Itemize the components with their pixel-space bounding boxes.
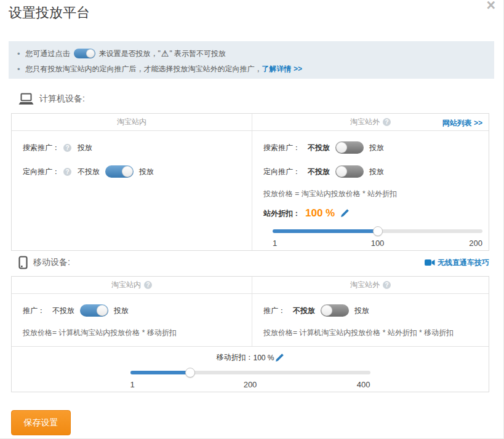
tick-min: 1 [273, 239, 277, 248]
edit-pencil-icon[interactable] [274, 353, 284, 363]
mobile-offsite-cell: 推广： 不投放 投放 投放价格= 计算机淘宝站内投放价格 * 站外折扣 * 移动… [252, 294, 489, 346]
notice-line-1: • 您可通过点击 来设置是否投放，" ⚠ " 表示暂不可投放 [17, 47, 494, 60]
notice-text: " 表示暂不可投放 [169, 49, 226, 59]
search-promo-label: 搜索推广： [23, 143, 60, 153]
computer-icon [18, 93, 34, 106]
off-label: 不投放 [308, 167, 330, 177]
promo-row: 推广： 不投放 投放 [263, 304, 489, 317]
computer-onsite-cell: 搜索推广： ? 投放 定向推广： ? 不投放 投放 [12, 131, 252, 250]
promo-label: 推广： [263, 306, 286, 316]
off-label: 不投放 [308, 143, 330, 153]
wireless-tips-link[interactable]: 无线直通车技巧 [425, 258, 489, 268]
slider-ticks: 1 100 200 [273, 239, 482, 248]
close-icon[interactable]: × [486, 0, 495, 13]
on-label: 投放 [139, 167, 154, 177]
mobile-onsite-cell: 推广： 不投放 投放 投放价格= 计算机淘宝站内投放价格 * 移动折扣 [12, 294, 252, 346]
promo-label: 推广： [23, 306, 45, 316]
target-promo-control: 不投放 投放 [308, 165, 384, 178]
site-list-link[interactable]: 网站列表 >> [442, 118, 482, 129]
slider-ticks: 1 200 400 [130, 380, 370, 390]
promo-control: 不投放 投放 [52, 304, 129, 317]
header-label: 淘宝站外 [350, 280, 380, 290]
mobile-table: 淘宝站内 ? 淘宝站外 ? 推广： 不投放 投放 [11, 276, 489, 392]
tick-mid: 200 [244, 380, 257, 389]
toggle-knob [122, 166, 133, 177]
tick-min: 1 [130, 380, 135, 389]
mobile-section-title: 移动设备: [33, 257, 70, 268]
slider-handle[interactable] [373, 226, 383, 236]
offsite-discount-value: 100 % [305, 207, 335, 220]
notice-text: 您只有投放淘宝站内的定向推广后，才能选择投放淘宝站外的定向推广， [26, 64, 262, 74]
bullet-icon: • [17, 49, 20, 58]
slider-handle[interactable] [185, 368, 195, 378]
slider-fill [130, 371, 191, 374]
slider-track[interactable] [130, 371, 370, 374]
mobile-onsite-formula: 投放价格= 计算机淘宝站内投放价格 * 移动折扣 [23, 328, 252, 338]
off-label: 不投放 [293, 306, 315, 316]
notice-line-2: • 您只有投放淘宝站内的定向推广后，才能选择投放淘宝站外的定向推广， 了解详情 … [17, 62, 494, 76]
toggle-knob [336, 166, 347, 177]
on-label: 投放 [354, 306, 369, 316]
mobile-onsite-toggle[interactable] [80, 304, 108, 317]
help-icon[interactable]: ? [63, 144, 71, 152]
toggle-knob [86, 49, 95, 58]
offsite-target-toggle[interactable] [335, 165, 364, 178]
header-label: 淘宝站内 [117, 117, 146, 127]
slider-fill [273, 229, 378, 233]
mobile-offsite-toggle[interactable] [321, 304, 349, 317]
search-promo-row: 搜索推广： 不投放 投放 [263, 141, 489, 154]
mobile-discount-value: 100 % [253, 354, 274, 362]
mobile-discount-row: 移动折扣： 100 % 1 200 400 [12, 346, 489, 392]
offsite-discount-slider[interactable]: 1 100 200 [273, 229, 482, 248]
offsite-price-formula: 投放价格 = 淘宝站内投放价格 * 站外折扣 [263, 189, 489, 199]
header-label: 淘宝站外 [350, 117, 380, 127]
target-promo-label: 定向推广： [263, 167, 300, 177]
save-settings-button[interactable]: 保存设置 [11, 410, 71, 435]
header-taobao-onsite: 淘宝站内 ? [12, 277, 252, 293]
computer-table-header: 淘宝站内 淘宝站外 ? 网站列表 >> [12, 114, 489, 131]
tick-mid: 100 [371, 239, 385, 248]
bullet-icon: • [17, 65, 20, 74]
offsite-search-toggle[interactable] [335, 141, 364, 154]
slider-track[interactable] [273, 229, 482, 233]
search-promo-control: 不投放 投放 [308, 141, 384, 154]
tick-max: 200 [469, 239, 482, 248]
computer-section-title: 计算机设备: [39, 93, 85, 105]
on-label: 投放 [369, 167, 384, 177]
promo-row: 推广： 不投放 投放 [23, 304, 252, 317]
help-icon[interactable]: ? [144, 281, 152, 289]
promo-control: 不投放 投放 [293, 304, 369, 317]
tick-max: 400 [357, 380, 370, 389]
on-label: 投放 [114, 306, 129, 316]
wireless-tips-label: 无线直通车技巧 [438, 258, 489, 268]
mobile-discount-line: 移动折扣： 100 % [12, 352, 489, 363]
computer-offsite-cell: 搜索推广： 不投放 投放 定向推广： 不投放 投放 投放价格 = 淘宝站内 [252, 131, 489, 250]
mobile-section-header: 移动设备: 无线直通车技巧 [11, 255, 489, 271]
off-label: 不投放 [78, 167, 100, 177]
target-promo-row: 定向推广： 不投放 投放 [263, 165, 489, 178]
notice-box: • 您可通过点击 来设置是否投放，" ⚠ " 表示暂不可投放 • 您只有投放淘宝… [9, 41, 494, 79]
computer-table: 淘宝站内 淘宝站外 ? 网站列表 >> 搜索推广： ? 投放 定向推广： [11, 113, 489, 251]
edit-pencil-icon[interactable] [340, 208, 350, 218]
target-promo-label: 定向推广： [23, 167, 60, 177]
mobile-discount-slider[interactable]: 1 200 400 [130, 371, 370, 390]
header-taobao-onsite: 淘宝站内 [12, 114, 252, 130]
help-icon[interactable]: ? [383, 281, 391, 289]
off-label: 不投放 [52, 306, 74, 316]
search-promo-state: 投放 [78, 143, 92, 153]
example-toggle-icon [74, 49, 95, 58]
notice-text: 来设置是否投放，" [99, 49, 161, 59]
smartphone-icon [18, 256, 28, 269]
offsite-discount-line: 站外折扣： 100 % [263, 207, 489, 220]
toggle-knob [336, 142, 347, 153]
toggle-knob [97, 305, 108, 316]
onsite-target-toggle[interactable] [105, 165, 134, 178]
offsite-discount-label: 站外折扣： [263, 208, 300, 219]
page-title: 设置投放平台 [9, 4, 90, 22]
help-icon[interactable]: ? [63, 168, 71, 176]
set-platform-dialog: × 设置投放平台 • 您可通过点击 来设置是否投放，" ⚠ " 表示暂不可投放 … [0, 0, 504, 439]
learn-more-link[interactable]: 了解详情 >> [262, 64, 302, 74]
warning-icon: ⚠ [161, 49, 169, 58]
video-camera-icon [425, 259, 435, 266]
help-icon[interactable]: ? [383, 118, 391, 126]
